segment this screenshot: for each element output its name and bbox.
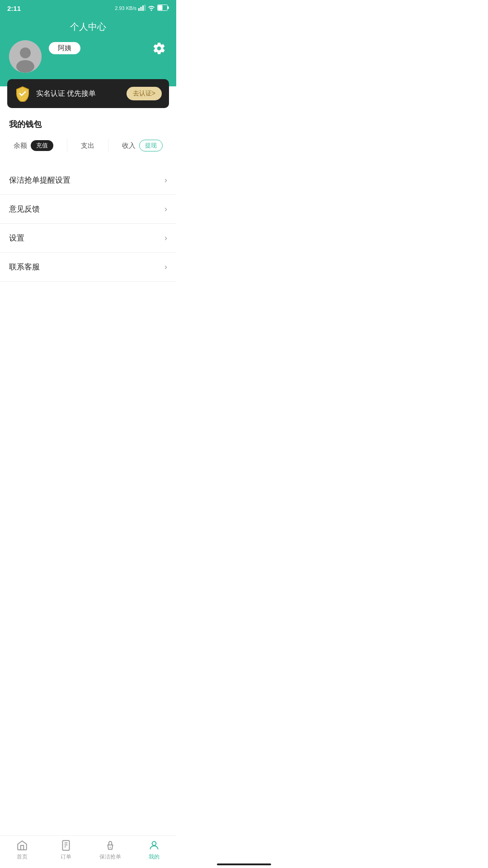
chevron-icon: › — [164, 262, 167, 272]
wallet-expense: 支出 — [81, 142, 94, 150]
expense-label: 支出 — [81, 142, 94, 150]
income-label: 收入 — [122, 142, 136, 150]
chevron-icon: › — [164, 175, 167, 185]
svg-rect-2 — [142, 5, 144, 11]
battery-icon — [157, 5, 169, 12]
status-bar: 2:11 2.93 KB/s — [0, 0, 176, 16]
status-icons: 2.93 KB/s — [115, 5, 169, 12]
contact-label: 联系客服 — [9, 262, 40, 272]
verify-button[interactable]: 去认证> — [127, 87, 162, 100]
svg-rect-0 — [138, 8, 140, 11]
wallet-income: 收入 提现 — [122, 140, 163, 151]
svg-point-8 — [20, 47, 31, 58]
verify-text: 实名认证 优先接单 — [36, 89, 127, 99]
username-badge[interactable]: 阿姨 — [49, 42, 80, 54]
avatar[interactable] — [9, 40, 42, 73]
recharge-button[interactable]: 充值 — [31, 140, 53, 151]
menu-item-contact[interactable]: 联系客服 › — [0, 253, 176, 282]
wallet-row: 余额 充值 支出 收入 提现 — [9, 139, 167, 152]
svg-point-9 — [16, 60, 34, 73]
settings-button[interactable] — [151, 40, 167, 57]
network-speed: 2.93 KB/s — [115, 5, 136, 11]
profile-info: 阿姨 — [49, 42, 80, 54]
svg-rect-3 — [145, 5, 146, 11]
svg-rect-6 — [158, 5, 163, 10]
wallet-divider-2 — [108, 139, 108, 152]
withdraw-button[interactable]: 提现 — [139, 140, 163, 151]
wallet-section: 我的钱包 余额 充值 支出 收入 提现 — [0, 108, 176, 157]
settings-label: 设置 — [9, 233, 24, 243]
wifi-icon — [147, 5, 155, 12]
menu-item-feedback[interactable]: 意见反馈 › — [0, 195, 176, 224]
balance-label: 余额 — [14, 142, 27, 150]
feedback-label: 意见反馈 — [9, 204, 40, 214]
menu-item-cleaning-reminder[interactable]: 保洁抢单提醒设置 › — [0, 166, 176, 195]
menu-section: 保洁抢单提醒设置 › 意见反馈 › 设置 › 联系客服 › — [0, 166, 176, 282]
svg-rect-1 — [141, 7, 142, 11]
page-title: 个人中心 — [0, 21, 176, 33]
chevron-icon: › — [164, 233, 167, 243]
chevron-icon: › — [164, 204, 167, 214]
wallet-balance: 余额 充值 — [14, 140, 53, 151]
verify-banner[interactable]: 实名认证 优先接单 去认证> — [7, 79, 169, 108]
header: 个人中心 阿姨 — [0, 16, 176, 86]
menu-item-settings[interactable]: 设置 › — [0, 224, 176, 253]
cleaning-reminder-label: 保洁抢单提醒设置 — [9, 175, 70, 185]
svg-rect-5 — [168, 6, 169, 9]
wallet-divider-1 — [67, 139, 67, 152]
wallet-title: 我的钱包 — [9, 119, 167, 130]
signal-icon — [138, 5, 145, 12]
status-time: 2:11 — [7, 5, 21, 12]
verify-icon — [14, 85, 31, 102]
